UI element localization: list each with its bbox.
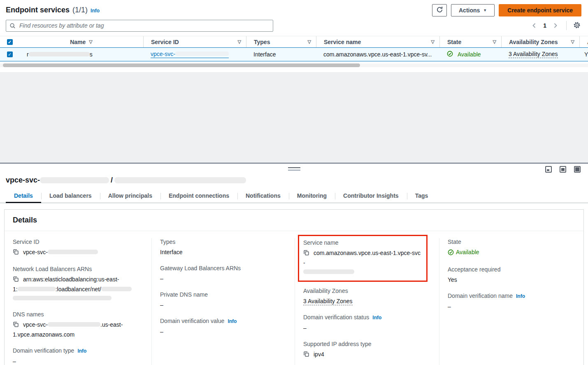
split-panel-drag-handle[interactable]	[288, 167, 300, 171]
table-row[interactable]: ✓ rs vpce-svc- Interface com.amazonaws.v…	[0, 47, 588, 61]
page-title: Endpoint services	[6, 6, 70, 14]
tab-monitoring[interactable]: Monitoring	[289, 190, 335, 203]
service-name-highlight-box: Service name com.amazonaws.vpce.us-east-…	[298, 235, 428, 282]
cell-name: rs	[19, 51, 143, 58]
panel-size-large-icon[interactable]	[574, 166, 581, 173]
cell-availability-zones: 3 Availability Zones	[501, 51, 579, 58]
details-column-4: State Available Acceptance required Yes …	[439, 238, 583, 365]
column-header-partial[interactable]: A	[579, 36, 588, 47]
page-count: (1/1)	[72, 6, 88, 14]
column-header-name[interactable]: Name▽	[19, 36, 143, 47]
column-header-service-name[interactable]: Service name▽	[316, 36, 439, 47]
tab-tags[interactable]: Tags	[407, 190, 437, 203]
tab-notifications[interactable]: Notifications	[237, 190, 289, 203]
chevron-left-icon	[532, 23, 537, 28]
sort-icon[interactable]: ▽	[571, 39, 574, 44]
chevron-right-icon	[553, 23, 558, 28]
info-link[interactable]: Info	[77, 348, 86, 354]
details-column-2: Types Interface Gateway Load Balancers A…	[151, 238, 295, 365]
copy-icon[interactable]	[13, 276, 19, 285]
sort-icon[interactable]: ▽	[308, 39, 311, 44]
chevron-down-icon: ▼	[483, 8, 487, 12]
redacted-text	[303, 269, 354, 274]
pagination: 1	[529, 21, 581, 31]
details-column-1: Service ID vpce-svc- Network Load Balanc…	[5, 238, 151, 365]
redacted-text	[48, 322, 100, 327]
column-header-state[interactable]: State▽	[439, 36, 501, 47]
tab-contributor-insights[interactable]: Contributor Insights	[335, 190, 407, 203]
copy-icon[interactable]	[303, 249, 309, 258]
field-domain-verification-type: Domain verification typeInfo –	[13, 347, 143, 365]
refresh-button[interactable]	[432, 4, 447, 16]
details-card-heading: Details	[5, 210, 583, 231]
create-endpoint-service-button[interactable]: Create endpoint service	[499, 4, 581, 16]
field-domain-verification-status: Domain verification statusInfo –	[303, 314, 431, 332]
sort-icon[interactable]: ▽	[238, 39, 241, 44]
tab-load-balancers[interactable]: Load balancers	[41, 190, 100, 203]
info-link[interactable]: Info	[516, 293, 525, 299]
sort-icon[interactable]: ▽	[431, 39, 435, 44]
redacted-text	[13, 296, 112, 300]
endpoint-services-table: ✓ Name▽Service ID▽Types▽Service name▽Sta…	[0, 36, 588, 72]
sort-icon[interactable]: ▽	[89, 39, 92, 44]
field-supported-ip-address-type: Supported IP address type ipv4	[303, 340, 431, 360]
info-link[interactable]: Info	[91, 8, 100, 14]
field-gateway-lb-arns: Gateway Load Balancers ARNs –	[160, 264, 286, 283]
table-bottom-padding	[0, 67, 588, 72]
service-id-link[interactable]: vpce-svc-	[151, 51, 229, 58]
sort-icon[interactable]: ▽	[493, 39, 496, 44]
field-availability-zones: Availability Zones 3 Availability Zones	[303, 287, 431, 306]
details-column-3: Service name com.amazonaws.vpce.us-east-…	[295, 238, 439, 365]
field-acceptance-required: Acceptance required Yes	[448, 266, 575, 284]
panel-size-small-icon[interactable]	[545, 166, 552, 173]
availability-zones-popover-trigger[interactable]: 3 Availability Zones	[509, 51, 558, 58]
cell-state: Available	[439, 51, 501, 58]
column-header-types[interactable]: Types▽	[246, 36, 316, 47]
field-dns-names: DNS names vpce-svc-.us-east- 1.vpce.amaz…	[13, 311, 143, 339]
row-select-cell: ✓	[0, 51, 19, 57]
copy-icon[interactable]	[13, 248, 19, 257]
search-input[interactable]	[6, 20, 273, 32]
split-panel-size-controls	[545, 166, 581, 173]
previous-page-button[interactable]	[529, 21, 539, 30]
row-checkbox[interactable]: ✓	[7, 51, 13, 57]
endpoint-services-header-section: Endpoint services (1/1) Info Actions ▼ C…	[0, 0, 588, 72]
copy-icon[interactable]	[13, 321, 19, 330]
copy-icon[interactable]	[303, 351, 309, 360]
tab-endpoint-connections[interactable]: Endpoint connections	[160, 190, 237, 203]
search-icon	[9, 23, 16, 30]
horizontal-scrollbar[interactable]	[0, 63, 588, 67]
details-card: Details Service ID vpce-svc- Network Loa…	[4, 209, 584, 365]
scrollbar-thumb[interactable]	[3, 63, 360, 67]
table-header-row: ✓ Name▽Service ID▽Types▽Service name▽Sta…	[0, 36, 588, 47]
availability-zones-popover-trigger[interactable]: 3 Availability Zones	[303, 298, 353, 305]
content-background	[0, 72, 588, 163]
preferences-button[interactable]	[572, 21, 581, 31]
column-header-service-id[interactable]: Service ID▽	[143, 36, 246, 47]
field-service-id: Service ID vpce-svc-	[13, 238, 143, 257]
status-available-icon	[448, 249, 454, 258]
cell-types: Interface	[246, 51, 316, 58]
panel-size-medium-icon[interactable]	[560, 166, 566, 173]
tab-allow-principals[interactable]: Allow principals	[100, 190, 160, 203]
redacted-text	[40, 177, 109, 183]
info-link[interactable]: Info	[372, 315, 381, 321]
next-page-button[interactable]	[551, 21, 560, 30]
search-box	[6, 20, 273, 32]
info-link[interactable]: Info	[228, 318, 237, 324]
select-all-checkbox[interactable]: ✓	[7, 39, 13, 45]
field-state: State Available	[448, 238, 575, 258]
actions-button[interactable]: Actions ▼	[451, 4, 495, 16]
cell-service-name: com.amazonaws.vpce.us-east-1.vpce-sv...	[316, 51, 439, 58]
field-domain-verification-value: Domain verification valueInfo –	[160, 317, 286, 336]
select-all-cell: ✓	[0, 36, 19, 47]
refresh-icon	[436, 6, 443, 14]
field-private-dns-name: Private DNS name –	[160, 291, 286, 309]
cell-partial: Y	[579, 51, 588, 58]
cell-service-id: vpce-svc-	[143, 51, 246, 58]
field-service-name: Service name com.amazonaws.vpce.us-east-…	[303, 239, 422, 276]
tab-details[interactable]: Details	[6, 190, 41, 203]
redacted-text	[18, 287, 56, 291]
column-header-availability-zones[interactable]: Availability Zones▽	[501, 36, 579, 47]
redacted-text	[101, 287, 132, 291]
